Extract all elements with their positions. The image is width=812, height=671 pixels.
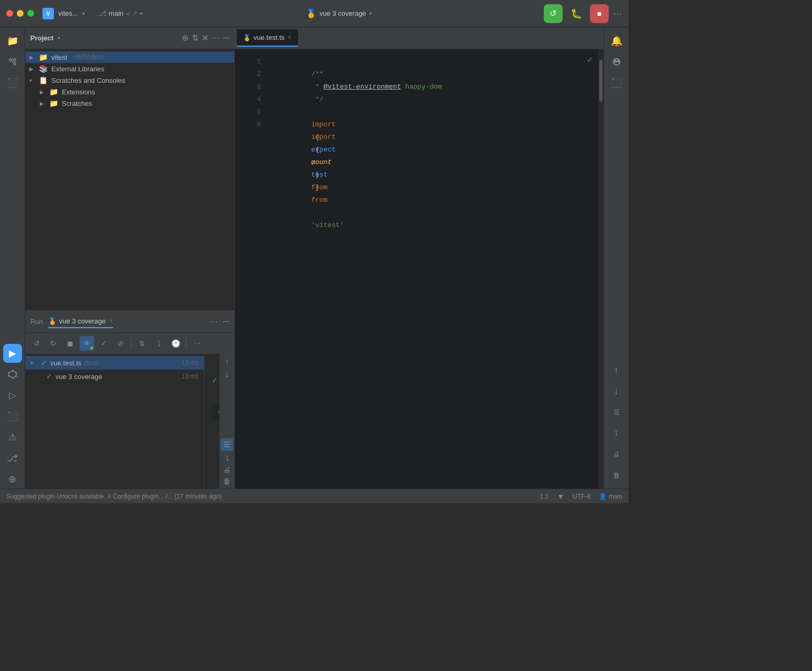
project-panel-chevron-icon[interactable]: ▾ xyxy=(58,35,60,41)
test-file-name: vue.test.ts xyxy=(50,359,81,367)
panel-more-icon[interactable]: ⋯ xyxy=(212,33,220,43)
cursor-position[interactable]: 1:1 xyxy=(540,493,548,500)
scroll-down-icon[interactable]: ↓ xyxy=(607,382,626,401)
add-file-icon[interactable]: ⊕ xyxy=(182,33,189,43)
sidebar-item-bookmark[interactable]: ⊕ xyxy=(3,470,22,489)
svg-point-2 xyxy=(14,59,16,61)
left-sidebar: 📁 ⬛ ▶ ▷ ⬛ xyxy=(0,27,25,489)
toggle-check-button[interactable]: ✓ xyxy=(96,336,111,351)
notifications-icon[interactable]: 🔔 xyxy=(607,31,626,50)
sidebar-item-graphql[interactable] xyxy=(3,365,22,384)
scroll-up-button[interactable]: ↑ xyxy=(225,357,229,366)
branch-selector[interactable]: ⎇ main ↙ ↗ ▾ xyxy=(98,9,142,17)
run-panel-header: Run 🏅 vue 3 coverage ✕ ⋯ ─ xyxy=(25,311,234,333)
sidebar-item-vcs[interactable]: ⎇ xyxy=(3,449,22,468)
status-bar: Suggested plugin Unocss available. // Co… xyxy=(0,489,629,503)
editor-scrollbar[interactable] xyxy=(598,49,603,489)
run-coverage-tab[interactable]: 🏅 vue 3 coverage ✕ xyxy=(48,315,113,328)
tree-item-extensions[interactable]: ▶ 📁 Extensions xyxy=(36,86,234,98)
more-options-button[interactable]: ⋯ xyxy=(613,8,622,19)
pass-icon: ✓ xyxy=(41,359,47,367)
print-button[interactable]: 🖨 xyxy=(223,466,231,474)
scroll-up-icon[interactable]: ↑ xyxy=(607,361,626,380)
tree-item-vitest[interactable]: ▶ 📁 vitest ~/WS/vitest xyxy=(25,51,234,63)
tab-close-icon[interactable]: ✕ xyxy=(287,34,292,41)
run-tab-label: vue 3 coverage xyxy=(59,317,106,325)
sidebar-item-folder[interactable]: 📁 xyxy=(3,31,22,50)
test-name: vue 3 coverage xyxy=(56,373,102,381)
rerun-button[interactable]: ↺ xyxy=(29,336,44,351)
svg-marker-6 xyxy=(9,371,16,378)
editor-tab-vuetestts[interactable]: 🏅 vue.test.ts ✕ xyxy=(237,29,298,47)
run-minimize-icon[interactable]: ─ xyxy=(223,317,229,327)
project-panel-title: Project xyxy=(30,34,53,42)
run-tab[interactable]: Run xyxy=(30,316,43,328)
scroll-end-button[interactable]: ⤵ xyxy=(225,454,229,462)
tree-arrow-icon: ▶ xyxy=(29,55,37,60)
wrap-text-icon[interactable]: ☰ xyxy=(607,403,626,421)
sort-button[interactable]: ⇅ xyxy=(135,336,149,351)
toggle-coverage-button[interactable]: 👁 xyxy=(80,336,94,351)
sidebar-item-terminal[interactable]: ⬛ xyxy=(3,407,22,426)
tree-item-scratches[interactable]: ▾ 📋 Scratches and Consoles xyxy=(25,74,234,86)
code-line-1: /** xyxy=(266,56,598,68)
sidebar-item-plugins[interactable]: ⬛ xyxy=(3,73,22,92)
sidebar-item-git[interactable] xyxy=(3,52,22,71)
collapse-icon[interactable]: ⇅ xyxy=(192,33,199,43)
coverage-toggle-icon: 👁 xyxy=(83,339,91,348)
minimize-button[interactable] xyxy=(17,10,24,17)
close-panel-icon[interactable]: ✕ xyxy=(202,33,209,43)
project-selector[interactable]: V vites... ▾ xyxy=(42,8,85,19)
layout-icon[interactable]: ⬛ xyxy=(607,73,626,92)
delete-button[interactable]: 🗑 xyxy=(223,477,231,485)
tree-items: ▶ 📁 vitest ~/WS/vitest ▶ 📚 External Libr… xyxy=(25,49,234,310)
tree-item-name: Scratches and Consoles xyxy=(51,77,125,84)
branch-chevron-icon: ▾ xyxy=(140,10,142,16)
run-button[interactable]: ↺ xyxy=(544,4,563,23)
branch-status[interactable]: 👤 main xyxy=(599,493,622,500)
encoding[interactable]: UTF-8 xyxy=(573,493,590,500)
delete-icon[interactable]: 🗑 xyxy=(607,466,626,484)
run-more-icon[interactable]: ⋯ xyxy=(210,317,218,327)
coverage-selector[interactable]: 🏅 vue 3 coverage ▾ xyxy=(306,8,372,18)
run-header-actions: ⋯ ─ xyxy=(210,317,229,327)
code-token: from xyxy=(311,183,327,191)
sidebar-item-problems[interactable]: ⚠ xyxy=(3,428,22,447)
bug-icon[interactable]: 🐛 xyxy=(567,4,586,23)
folder-icon: 📁 xyxy=(49,88,58,96)
stop-run-button[interactable]: ◼ xyxy=(63,336,78,351)
svg-point-7 xyxy=(12,370,13,372)
toolbar-separator-2 xyxy=(186,338,186,349)
tree-item-external-libraries[interactable]: ▶ 📚 External Libraries xyxy=(25,63,234,74)
more-options-button[interactable]: ⋯ xyxy=(190,336,204,351)
code-editor[interactable]: /** * @vitest-environment happy-dom */ i… xyxy=(266,49,598,489)
code-token: */ xyxy=(311,95,323,103)
scroll-to-end-icon[interactable]: ⤵ xyxy=(607,424,626,442)
project-panel: Project ▾ ⊕ ⇅ ✕ ⋯ ─ ▶ 📁 vitest ~/WS/vite… xyxy=(25,27,235,489)
stop-button[interactable]: ■ xyxy=(590,4,609,23)
maximize-button[interactable] xyxy=(27,10,34,17)
run-toolbar: ↺ ↻ ◼ 👁 ✓ ⊘ ⇅ ⤵ 🕐 ⋯ xyxy=(25,333,234,354)
run-results: ▾ ✓ vue.test.ts (test) 13 ms ✓ vue 3 cov… xyxy=(25,354,234,489)
scroll-down-button[interactable]: ↓ xyxy=(225,370,229,379)
editor-content: 1 2 3 4 5 6 /** * @vitest-environment ha… xyxy=(235,49,603,489)
tree-arrow-icon: ▶ xyxy=(40,101,47,106)
history-button[interactable]: 🕐 xyxy=(168,336,183,351)
ai-assistant-icon[interactable] xyxy=(607,52,626,71)
toggle-skip-button[interactable]: ⊘ xyxy=(113,336,128,351)
run-tab-close-icon[interactable]: ✕ xyxy=(108,318,113,324)
rerun-failed-button[interactable]: ↻ xyxy=(46,336,61,351)
project-name: vites... xyxy=(58,9,78,17)
run-tree-item-vuetestts[interactable]: ▾ ✓ vue.test.ts (test) 13 ms xyxy=(25,356,204,370)
run-tree-item-vue3coverage[interactable]: ✓ vue 3 coverage 13 ms xyxy=(25,370,204,383)
tree-item-scratches-folder[interactable]: ▶ 📁 Scratches xyxy=(36,98,234,109)
scrollbar-thumb[interactable] xyxy=(599,60,602,102)
sidebar-item-play[interactable]: ▷ xyxy=(3,386,22,405)
collapse-all-button[interactable]: ⤵ xyxy=(151,336,166,351)
code-token: 'vitest' xyxy=(311,221,344,229)
minimize-panel-icon[interactable]: ─ xyxy=(223,33,229,43)
sidebar-item-run[interactable]: ▶ xyxy=(3,344,22,363)
close-button[interactable] xyxy=(6,10,13,17)
print-icon[interactable]: 🖨 xyxy=(607,445,626,463)
wrap-button[interactable]: ☰ xyxy=(221,438,233,451)
